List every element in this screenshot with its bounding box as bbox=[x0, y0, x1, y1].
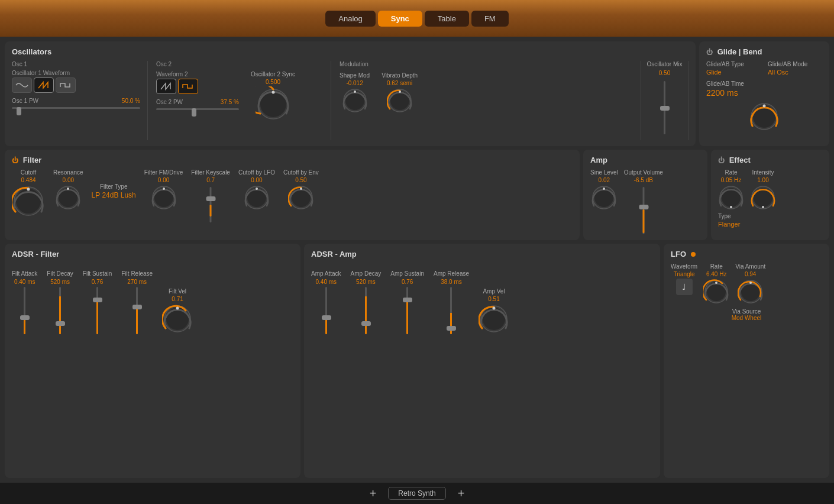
osc2-title: Osc 2 bbox=[156, 61, 322, 67]
lfo-waveform-value[interactable]: Triangle bbox=[674, 271, 695, 277]
add-track-right-button[interactable]: + bbox=[453, 487, 470, 500]
filt-attack-slider[interactable] bbox=[24, 287, 25, 334]
tab-table[interactable]: Table bbox=[425, 11, 469, 27]
osc1-wave-square[interactable] bbox=[56, 77, 76, 93]
osc2-pw-slider[interactable] bbox=[156, 108, 239, 117]
fmdrive-knob[interactable]: Filter FM/Drive 0.00 bbox=[144, 169, 183, 211]
filt-release-value: 270 ms bbox=[127, 279, 147, 285]
effect-rate-knob[interactable]: Rate 0.05 Hz bbox=[718, 169, 744, 211]
osc1-pw-slider[interactable] bbox=[12, 107, 140, 115]
osc1-wave-saw[interactable] bbox=[34, 77, 54, 93]
cutoff-lfo-knob[interactable]: Cutoff by LFO 0.00 bbox=[238, 169, 275, 211]
resonance-label: Resonance bbox=[53, 169, 83, 176]
amp-decay-slider[interactable] bbox=[365, 287, 367, 334]
osc-mix-slider[interactable] bbox=[664, 81, 665, 140]
adsr-filter-title: ADSR - Filter bbox=[12, 250, 293, 259]
vibrato-value: 0.62 semi bbox=[387, 80, 412, 86]
cutoff-lfo-value: 0.00 bbox=[251, 177, 262, 183]
cutoff-value: 0.484 bbox=[21, 177, 35, 183]
tab-fm[interactable]: FM bbox=[471, 11, 509, 27]
amp-attack-label: Amp Attack bbox=[311, 270, 341, 277]
effect-intensity-knob[interactable]: Intensity 1.00 bbox=[750, 169, 776, 211]
add-track-left-button[interactable]: + bbox=[365, 487, 382, 500]
glide-mode-value[interactable]: All Osc bbox=[768, 69, 822, 76]
amp-attack-slider[interactable] bbox=[325, 287, 327, 334]
cutoff-label: Cutoff bbox=[21, 169, 37, 176]
glide-power-icon[interactable]: ⏻ bbox=[706, 49, 713, 56]
svg-point-41 bbox=[493, 307, 496, 310]
glide-mode-item: Glide/AB Mode All Osc bbox=[768, 61, 822, 76]
bottom-bar: + Retro Synth + bbox=[0, 483, 834, 504]
cutoff-lfo-label: Cutoff by LFO bbox=[238, 169, 275, 176]
filt-attack-label: Filt Attack bbox=[12, 270, 37, 277]
lfo-note-icon[interactable]: ♩ bbox=[676, 279, 693, 295]
lfo-waveform: Waveform Triangle ♩ bbox=[671, 263, 697, 295]
output-volume-value: -6.5 dB bbox=[634, 177, 653, 183]
sine-level-knob[interactable]: Sine Level 0.02 bbox=[590, 169, 618, 211]
shape-mod-knob[interactable]: Shape Mod -0.012 bbox=[340, 72, 370, 114]
preset-name-button[interactable]: Retro Synth bbox=[388, 487, 445, 500]
filt-sustain-value: 0.76 bbox=[92, 279, 103, 285]
adsr-filter-section: ADSR - Filter Filt Attack 0.40 ms Filt D… bbox=[5, 244, 300, 478]
amp-vel-label: Amp Vel bbox=[483, 288, 505, 295]
filt-decay-slider[interactable] bbox=[59, 287, 61, 334]
svg-point-23 bbox=[256, 188, 258, 190]
keyscale-control[interactable]: Filter Keyscale 0.7 bbox=[191, 169, 230, 222]
cutoff-env-value: 0.50 bbox=[295, 177, 306, 183]
lfo-via-amount-knob[interactable]: Via Amount 0.94 bbox=[735, 263, 765, 305]
filt-vel-knob[interactable]: Filt Vel 0.71 bbox=[162, 288, 193, 334]
cutoff-knob[interactable]: Cutoff 0.484 bbox=[12, 169, 45, 218]
amp-attack-value: 0.40 ms bbox=[316, 279, 337, 285]
cutoff-env-knob[interactable]: Cutoff by Env 0.50 bbox=[283, 169, 319, 211]
osc2-wave-square[interactable] bbox=[178, 79, 198, 94]
effect-type-row: Type Flanger bbox=[718, 213, 822, 228]
amp-vel-knob[interactable]: Amp Vel 0.51 bbox=[479, 288, 509, 334]
amp-release-slider[interactable] bbox=[450, 287, 452, 334]
amp-sustain-label: Amp Sustain bbox=[390, 270, 424, 277]
filt-release-slider[interactable] bbox=[136, 287, 138, 334]
effect-type-value[interactable]: Flanger bbox=[718, 221, 822, 228]
lfo-rate-knob[interactable]: Rate 6.40 Hz bbox=[703, 263, 729, 305]
svg-point-32 bbox=[730, 206, 732, 208]
effect-title: ⏻ Effect bbox=[718, 156, 822, 164]
glide-type-value[interactable]: Glide bbox=[706, 69, 761, 76]
osc2-sync-knob[interactable]: Oscillator 2 Sync 0.500 bbox=[251, 71, 295, 122]
lfo-section: LFO Waveform Triangle ♩ Rate 6.40 Hz bbox=[664, 244, 829, 478]
svg-point-10 bbox=[753, 105, 775, 128]
lfo-title: LFO bbox=[671, 250, 822, 259]
filt-vel-label: Filt Vel bbox=[169, 288, 186, 295]
svg-point-2 bbox=[271, 91, 274, 94]
resonance-knob[interactable]: Resonance 0.00 bbox=[53, 169, 83, 211]
mid-row: ⏻ Filter Cutoff 0.484 bbox=[5, 150, 829, 240]
svg-point-8 bbox=[399, 91, 401, 93]
filt-sustain-slider[interactable] bbox=[96, 287, 98, 334]
osc2-wave-saw[interactable] bbox=[156, 79, 176, 94]
amp-release-label: Amp Release bbox=[434, 270, 469, 277]
osc1-pw-value: 50.0 % bbox=[122, 98, 140, 104]
osc2-panel: Osc 2 Waveform 2 bbox=[148, 61, 331, 140]
lfo-via-source-value[interactable]: Mod Wheel bbox=[671, 315, 822, 321]
tab-sync[interactable]: Sync bbox=[378, 11, 422, 27]
filter-title: ⏻ Filter bbox=[12, 156, 573, 164]
tab-analog[interactable]: Analog bbox=[325, 11, 375, 27]
filt-attack-value: 0.40 ms bbox=[14, 279, 35, 285]
vibrato-knob[interactable]: Vibrato Depth 0.62 semi bbox=[382, 72, 418, 114]
osc1-wave-sine[interactable] bbox=[12, 77, 32, 93]
filter-type-value[interactable]: LP 24dB Lush bbox=[92, 191, 136, 199]
filter-power-icon[interactable]: ⏻ bbox=[12, 157, 18, 164]
output-volume-control[interactable]: Output Volume -6.5 dB bbox=[624, 169, 663, 234]
oscillators-title: Oscillators bbox=[12, 47, 688, 56]
amp-sustain-slider[interactable] bbox=[406, 287, 408, 334]
amp-decay-value: 520 ms bbox=[356, 279, 376, 285]
glide-grid: Glide/AB Type Glide Glide/AB Mode All Os… bbox=[706, 61, 822, 132]
modulation-panel: Modulation Shape Mod -0.012 bbox=[331, 61, 641, 140]
glide-time-knob[interactable] bbox=[706, 101, 822, 132]
sine-level-label: Sine Level bbox=[590, 169, 618, 176]
osc-mix-label: Oscillator Mix bbox=[646, 61, 682, 67]
filt-sustain-col: Filt Sustain 0.76 bbox=[83, 270, 112, 334]
osc1-pw-row: Osc 1 PW 50.0 % bbox=[12, 98, 140, 104]
osc2-pw-row: Osc 2 PW 37.5 % bbox=[156, 99, 239, 105]
effect-intensity-value: 1.00 bbox=[757, 177, 768, 183]
effect-power-icon[interactable]: ⏻ bbox=[718, 157, 725, 164]
amp-decay-label: Amp Decay bbox=[351, 270, 382, 277]
